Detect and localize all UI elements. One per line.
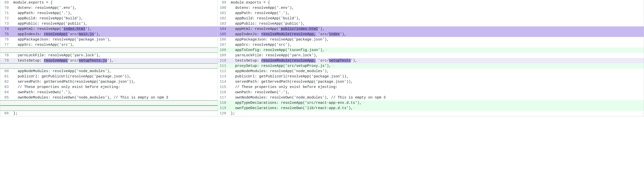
code-content[interactable]: appPublic: resolveApp('public'), — [11, 21, 217, 26]
code-content[interactable]: appHtml: resolveApp('index.html'),¬ — [11, 26, 217, 32]
diff-line[interactable]: 74 appHtml: resolveApp('index.html'),¬ — [0, 26, 217, 32]
diff-line[interactable]: 102 appBuild: resolveApp('build'), — [218, 16, 644, 21]
diff-line[interactable]: 113 publicUrl: getPublicUrl(resolveApp('… — [218, 74, 644, 79]
code-content[interactable]: appPath: resolveApp('.'), — [229, 11, 644, 16]
code-content[interactable]: publicUrl: getPublicUrl(resolveApp('pack… — [11, 74, 217, 79]
code-content[interactable]: dotenv: resolveApp('.env'), — [11, 5, 217, 11]
diff-line[interactable]: 83 // These properties only exist before… — [0, 84, 217, 90]
code-text: }; — [13, 111, 18, 115]
code-content[interactable]: appTypeDeclarations: resolveApp('src/rea… — [229, 100, 644, 106]
diff-line[interactable]: 79 testsSetup: resolveApp('src/setupTest… — [0, 58, 217, 63]
diff-line[interactable]: 116 ownPath: resolveOwn('.'), — [218, 90, 644, 95]
diff-line[interactable]: 82 servedPath: getServedPath(resolveApp(… — [0, 79, 217, 84]
code-content[interactable] — [11, 101, 217, 105]
line-number: 84 — [0, 90, 11, 95]
diff-line[interactable]: 104 appHtml: resolveApp('public/index.ht… — [218, 26, 644, 32]
diff-line[interactable]: 100 dotenv: resolveApp('.env'), — [218, 5, 644, 11]
diff-line[interactable]: 106 appPackageJson: resolveApp('package.… — [218, 37, 644, 42]
diff-line[interactable]: 110 testsSetup: resolveModule(resolveApp… — [218, 58, 644, 63]
diff-line[interactable]: 109 yarnLockFile: resolveApp('yarn.lock'… — [218, 53, 644, 58]
code-text: appPackageJson: resolveApp('package.json… — [231, 37, 329, 41]
diff-line[interactable]: 85 ownNodeModules: resolveOwn('node_modu… — [0, 95, 217, 100]
code-content[interactable]: module.exports = { — [11, 0, 217, 5]
code-content[interactable]: appIndexJs: resolveModule(resolveApp, 's… — [229, 32, 644, 37]
diff-line[interactable]: 77 appSrc: resolveApp('src'), — [0, 42, 217, 47]
code-content[interactable] — [11, 106, 217, 111]
diff-line[interactable]: 76 appPackageJson: resolveApp('package.j… — [0, 37, 217, 42]
line-number: 69 — [0, 0, 11, 5]
diff-line[interactable]: 84 ownPath: resolveOwn('.'), — [0, 90, 217, 95]
code-content[interactable]: module.exports = { — [229, 0, 644, 5]
code-content[interactable]: ownTypeDeclarations: resolveOwn('lib/rea… — [229, 106, 644, 111]
code-content[interactable]: publicUrl: getPublicUrl(resolveApp('pack… — [229, 74, 644, 79]
code-content[interactable]: ownPath: resolveOwn('.'), — [11, 90, 217, 95]
code-content[interactable]: appIndexJs: resolveApp('src/main.js'),¬ — [11, 32, 217, 37]
diff-line[interactable]: 75 appIndexJs: resolveApp('src/main.js')… — [0, 32, 217, 37]
code-content[interactable]: testsSetup: resolveModule(resolveApp, 's… — [229, 58, 644, 63]
code-content[interactable]: // These properties only exist before ej… — [229, 84, 644, 90]
diff-line[interactable]: 114 servedPath: getServedPath(resolveApp… — [218, 79, 644, 84]
code-content[interactable]: }; — [11, 111, 217, 116]
code-content[interactable]: appSrc: resolveApp('src'), — [229, 42, 644, 47]
code-content[interactable]: servedPath: getServedPath(resolveApp('pa… — [229, 79, 644, 84]
diff-line[interactable]: 71 appPath: resolveApp('.'), — [0, 11, 217, 16]
diff-line[interactable]: 120}; — [218, 111, 644, 116]
diff-line[interactable]: 86}; — [0, 111, 217, 116]
diff-line[interactable] — [0, 100, 217, 106]
line-number: 119 — [218, 106, 229, 111]
diff-pane-right[interactable]: 99module.exports = {100 dotenv: resolveA… — [218, 0, 644, 116]
diff-line[interactable]: 99module.exports = { — [218, 0, 644, 5]
code-content[interactable]: appPublic: resolveApp('public'), — [229, 21, 644, 26]
diff-line[interactable]: 101 appPath: resolveApp('.'), — [218, 11, 644, 16]
code-content[interactable]: // These properties only exist before ej… — [11, 84, 217, 90]
diff-line[interactable]: 103 appPublic: resolveApp('public'), — [218, 21, 644, 26]
code-content[interactable]: appNodeModules: resolveApp('node_modules… — [229, 69, 644, 74]
code-content[interactable]: servedPath: getServedPath(resolveApp('pa… — [11, 79, 217, 84]
code-content[interactable]: }; — [229, 111, 644, 116]
code-content[interactable]: ownNodeModules: resolveOwn('node_modules… — [11, 95, 217, 100]
diff-line[interactable]: 78 yarnLockFile: resolveApp('yarn.lock')… — [0, 53, 217, 58]
code-segment: appIndexJs: — [231, 32, 261, 36]
diff-line[interactable] — [0, 47, 217, 53]
diff-line[interactable]: 111 proxySetup: resolveApp('src/setupPro… — [218, 63, 644, 69]
diff-line[interactable] — [0, 106, 217, 111]
code-content[interactable]: appTsConfig: resolveApp('tsconfig.json')… — [229, 47, 644, 53]
code-content[interactable] — [11, 48, 217, 53]
diff-line[interactable]: 108 appTsConfig: resolveApp('tsconfig.js… — [218, 47, 644, 53]
code-content[interactable]: yarnLockFile: resolveApp('yarn.lock'), — [11, 53, 217, 58]
code-content[interactable] — [11, 64, 217, 68]
diff-line[interactable]: 80 appNodeModules: resolveApp('node_modu… — [0, 69, 217, 74]
code-content[interactable]: ownNodeModules: resolveOwn('node_modules… — [229, 95, 644, 100]
code-content[interactable]: appBuild: resolveApp('build'), — [11, 16, 217, 21]
code-text: ownNodeModules: resolveOwn('node_modules… — [231, 95, 386, 100]
diff-line[interactable]: 118 appTypeDeclarations: resolveApp('src… — [218, 100, 644, 106]
diff-line[interactable]: 119 ownTypeDeclarations: resolveOwn('lib… — [218, 106, 644, 111]
code-content[interactable]: appHtml: resolveApp('public/index.html')… — [229, 26, 644, 32]
diff-line[interactable]: 105 appIndexJs: resolveModule(resolveApp… — [218, 32, 644, 37]
code-content[interactable]: appPackageJson: resolveApp('package.json… — [229, 37, 644, 42]
diff-line[interactable]: 70 dotenv: resolveApp('.env'), — [0, 5, 217, 11]
code-content[interactable]: appPath: resolveApp('.'), — [11, 11, 217, 16]
code-content[interactable]: appSrc: resolveApp('src'), — [11, 42, 217, 47]
code-content[interactable]: dotenv: resolveApp('.env'), — [229, 5, 644, 11]
diff-pane-left[interactable]: 69module.exports = {70 dotenv: resolveAp… — [0, 0, 218, 116]
diff-line[interactable] — [0, 63, 217, 69]
code-content[interactable]: appPackageJson: resolveApp('package.json… — [11, 37, 217, 42]
line-number: 109 — [218, 53, 229, 58]
code-content[interactable]: appBuild: resolveApp('build'), — [229, 16, 644, 21]
diff-line[interactable]: 81 publicUrl: getPublicUrl(resolveApp('p… — [0, 74, 217, 79]
diff-line[interactable]: 69module.exports = { — [0, 0, 217, 5]
code-segment: '), — [107, 59, 114, 63]
diff-line[interactable]: 107 appSrc: resolveApp('src'), — [218, 42, 644, 47]
code-content[interactable]: testsSetup: resolveApp('src/setupTests.j… — [11, 58, 217, 63]
diff-line[interactable]: 115 // These properties only exist befor… — [218, 84, 644, 90]
code-content[interactable]: ownPath: resolveOwn('.'), — [229, 90, 644, 95]
diff-line[interactable]: 73 appPublic: resolveApp('public'), — [0, 21, 217, 26]
line-number: 106 — [218, 37, 229, 42]
diff-line[interactable]: 72 appBuild: resolveApp('build'), — [0, 16, 217, 21]
diff-line[interactable]: 112 appNodeModules: resolveApp('node_mod… — [218, 69, 644, 74]
code-content[interactable]: yarnLockFile: resolveApp('yarn.lock'), — [229, 53, 644, 58]
diff-line[interactable]: 117 ownNodeModules: resolveOwn('node_mod… — [218, 95, 644, 100]
code-content[interactable]: appNodeModules: resolveApp('node_modules… — [11, 69, 217, 74]
code-content[interactable]: proxySetup: resolveApp('src/setupProxy.j… — [229, 63, 644, 69]
